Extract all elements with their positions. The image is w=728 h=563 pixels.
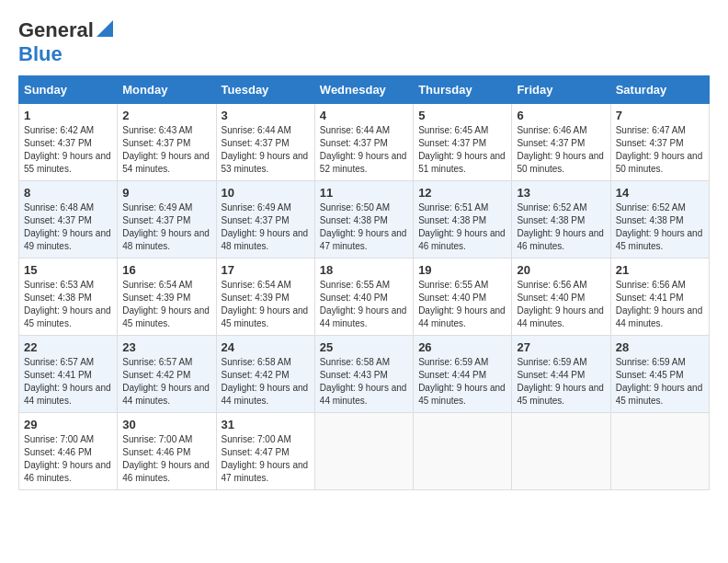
day-number: 20 <box>517 263 605 277</box>
calendar-cell: 15 Sunrise: 6:53 AM Sunset: 4:38 PM Dayl… <box>19 259 118 336</box>
day-number: 19 <box>418 263 506 277</box>
calendar-header-row: SundayMondayTuesdayWednesdayThursdayFrid… <box>19 76 710 104</box>
day-info: Sunrise: 6:46 AM Sunset: 4:37 PM Dayligh… <box>517 124 605 176</box>
day-info: Sunrise: 6:48 AM Sunset: 4:37 PM Dayligh… <box>24 201 112 253</box>
calendar-cell: 12 Sunrise: 6:51 AM Sunset: 4:38 PM Dayl… <box>414 181 512 259</box>
calendar-week-row: 8 Sunrise: 6:48 AM Sunset: 4:37 PM Dayli… <box>19 181 710 259</box>
calendar-cell: 4 Sunrise: 6:44 AM Sunset: 4:37 PM Dayli… <box>314 104 413 181</box>
calendar-week-row: 22 Sunrise: 6:57 AM Sunset: 4:41 PM Dayl… <box>19 336 710 413</box>
day-number: 9 <box>122 186 210 200</box>
calendar-cell: 17 Sunrise: 6:54 AM Sunset: 4:39 PM Dayl… <box>216 259 314 336</box>
calendar-week-row: 15 Sunrise: 6:53 AM Sunset: 4:38 PM Dayl… <box>19 259 710 336</box>
calendar-cell: 29 Sunrise: 7:00 AM Sunset: 4:46 PM Dayl… <box>19 413 118 490</box>
day-info: Sunrise: 6:51 AM Sunset: 4:38 PM Dayligh… <box>418 201 506 253</box>
header-saturday: Saturday <box>610 76 709 104</box>
day-info: Sunrise: 6:55 AM Sunset: 4:40 PM Dayligh… <box>320 279 408 330</box>
logo-text: General <box>18 18 94 42</box>
day-number: 15 <box>24 263 112 277</box>
day-number: 16 <box>122 263 210 277</box>
calendar-cell: 9 Sunrise: 6:49 AM Sunset: 4:37 PM Dayli… <box>118 181 216 259</box>
day-number: 31 <box>222 418 310 431</box>
day-number: 3 <box>222 109 310 122</box>
calendar-week-row: 29 Sunrise: 7:00 AM Sunset: 4:46 PM Dayl… <box>19 413 710 490</box>
day-number: 17 <box>222 263 310 277</box>
day-number: 26 <box>418 340 506 354</box>
day-number: 22 <box>24 340 112 354</box>
day-info: Sunrise: 6:45 AM Sunset: 4:37 PM Dayligh… <box>418 124 506 176</box>
day-info: Sunrise: 6:53 AM Sunset: 4:38 PM Dayligh… <box>24 279 112 330</box>
day-info: Sunrise: 6:57 AM Sunset: 4:41 PM Dayligh… <box>24 356 112 408</box>
day-info: Sunrise: 6:59 AM Sunset: 4:44 PM Dayligh… <box>418 356 506 408</box>
calendar-cell: 18 Sunrise: 6:55 AM Sunset: 4:40 PM Dayl… <box>314 259 413 336</box>
header-sunday: Sunday <box>19 76 118 104</box>
calendar-cell <box>314 413 413 490</box>
header-wednesday: Wednesday <box>314 76 413 104</box>
day-number: 30 <box>122 418 210 431</box>
logo-subtext: Blue <box>18 42 63 65</box>
calendar-cell <box>610 413 709 490</box>
calendar-cell: 30 Sunrise: 7:00 AM Sunset: 4:46 PM Dayl… <box>118 413 216 490</box>
day-info: Sunrise: 6:56 AM Sunset: 4:41 PM Dayligh… <box>616 279 704 330</box>
calendar-cell: 11 Sunrise: 6:50 AM Sunset: 4:38 PM Dayl… <box>314 181 413 259</box>
calendar-cell: 27 Sunrise: 6:59 AM Sunset: 4:44 PM Dayl… <box>512 336 610 413</box>
calendar-cell: 31 Sunrise: 7:00 AM Sunset: 4:47 PM Dayl… <box>216 413 314 490</box>
day-info: Sunrise: 6:52 AM Sunset: 4:38 PM Dayligh… <box>517 201 605 253</box>
day-number: 1 <box>24 109 112 122</box>
calendar-cell: 6 Sunrise: 6:46 AM Sunset: 4:37 PM Dayli… <box>512 104 610 181</box>
day-info: Sunrise: 6:52 AM Sunset: 4:38 PM Dayligh… <box>616 201 704 253</box>
logo: General Blue <box>18 18 113 66</box>
calendar-cell: 26 Sunrise: 6:59 AM Sunset: 4:44 PM Dayl… <box>414 336 512 413</box>
day-info: Sunrise: 6:58 AM Sunset: 4:43 PM Dayligh… <box>320 356 408 408</box>
day-info: Sunrise: 6:49 AM Sunset: 4:37 PM Dayligh… <box>122 201 210 253</box>
day-info: Sunrise: 6:50 AM Sunset: 4:38 PM Dayligh… <box>320 201 408 253</box>
calendar-cell: 19 Sunrise: 6:55 AM Sunset: 4:40 PM Dayl… <box>414 259 512 336</box>
day-info: Sunrise: 6:59 AM Sunset: 4:45 PM Dayligh… <box>616 356 704 408</box>
calendar-cell <box>512 413 610 490</box>
day-number: 28 <box>616 340 704 354</box>
day-info: Sunrise: 6:54 AM Sunset: 4:39 PM Dayligh… <box>222 279 310 330</box>
day-number: 21 <box>616 263 704 277</box>
calendar-table: SundayMondayTuesdayWednesdayThursdayFrid… <box>18 75 710 490</box>
svg-marker-0 <box>97 20 113 37</box>
day-number: 5 <box>418 109 506 122</box>
header-monday: Monday <box>118 76 216 104</box>
day-info: Sunrise: 7:00 AM Sunset: 4:46 PM Dayligh… <box>24 433 112 485</box>
day-info: Sunrise: 6:47 AM Sunset: 4:37 PM Dayligh… <box>616 124 704 176</box>
day-number: 2 <box>122 109 210 122</box>
calendar-cell: 22 Sunrise: 6:57 AM Sunset: 4:41 PM Dayl… <box>19 336 118 413</box>
day-number: 27 <box>517 340 605 354</box>
calendar-cell: 8 Sunrise: 6:48 AM Sunset: 4:37 PM Dayli… <box>19 181 118 259</box>
day-number: 10 <box>222 186 310 200</box>
day-info: Sunrise: 7:00 AM Sunset: 4:47 PM Dayligh… <box>222 433 310 485</box>
day-number: 7 <box>616 109 704 122</box>
day-number: 24 <box>222 340 310 354</box>
day-number: 13 <box>517 186 605 200</box>
day-info: Sunrise: 6:59 AM Sunset: 4:44 PM Dayligh… <box>517 356 605 408</box>
day-info: Sunrise: 7:00 AM Sunset: 4:46 PM Dayligh… <box>122 433 210 485</box>
calendar-cell: 13 Sunrise: 6:52 AM Sunset: 4:38 PM Dayl… <box>512 181 610 259</box>
day-number: 18 <box>320 263 408 277</box>
calendar-cell: 2 Sunrise: 6:43 AM Sunset: 4:37 PM Dayli… <box>118 104 216 181</box>
header-friday: Friday <box>512 76 610 104</box>
day-info: Sunrise: 6:42 AM Sunset: 4:37 PM Dayligh… <box>24 124 112 176</box>
calendar-cell <box>414 413 512 490</box>
calendar-cell: 23 Sunrise: 6:57 AM Sunset: 4:42 PM Dayl… <box>118 336 216 413</box>
day-number: 6 <box>517 109 605 122</box>
header-tuesday: Tuesday <box>216 76 314 104</box>
calendar-cell: 24 Sunrise: 6:58 AM Sunset: 4:42 PM Dayl… <box>216 336 314 413</box>
calendar-cell: 16 Sunrise: 6:54 AM Sunset: 4:39 PM Dayl… <box>118 259 216 336</box>
day-info: Sunrise: 6:56 AM Sunset: 4:40 PM Dayligh… <box>517 279 605 330</box>
day-info: Sunrise: 6:57 AM Sunset: 4:42 PM Dayligh… <box>122 356 210 408</box>
day-info: Sunrise: 6:44 AM Sunset: 4:37 PM Dayligh… <box>222 124 310 176</box>
day-number: 11 <box>320 186 408 200</box>
calendar-cell: 14 Sunrise: 6:52 AM Sunset: 4:38 PM Dayl… <box>610 181 709 259</box>
calendar-cell: 3 Sunrise: 6:44 AM Sunset: 4:37 PM Dayli… <box>216 104 314 181</box>
calendar-cell: 5 Sunrise: 6:45 AM Sunset: 4:37 PM Dayli… <box>414 104 512 181</box>
day-info: Sunrise: 6:44 AM Sunset: 4:37 PM Dayligh… <box>320 124 408 176</box>
day-number: 8 <box>24 186 112 200</box>
day-info: Sunrise: 6:43 AM Sunset: 4:37 PM Dayligh… <box>122 124 210 176</box>
day-info: Sunrise: 6:58 AM Sunset: 4:42 PM Dayligh… <box>222 356 310 408</box>
calendar-cell: 25 Sunrise: 6:58 AM Sunset: 4:43 PM Dayl… <box>314 336 413 413</box>
day-info: Sunrise: 6:55 AM Sunset: 4:40 PM Dayligh… <box>418 279 506 330</box>
calendar-cell: 7 Sunrise: 6:47 AM Sunset: 4:37 PM Dayli… <box>610 104 709 181</box>
